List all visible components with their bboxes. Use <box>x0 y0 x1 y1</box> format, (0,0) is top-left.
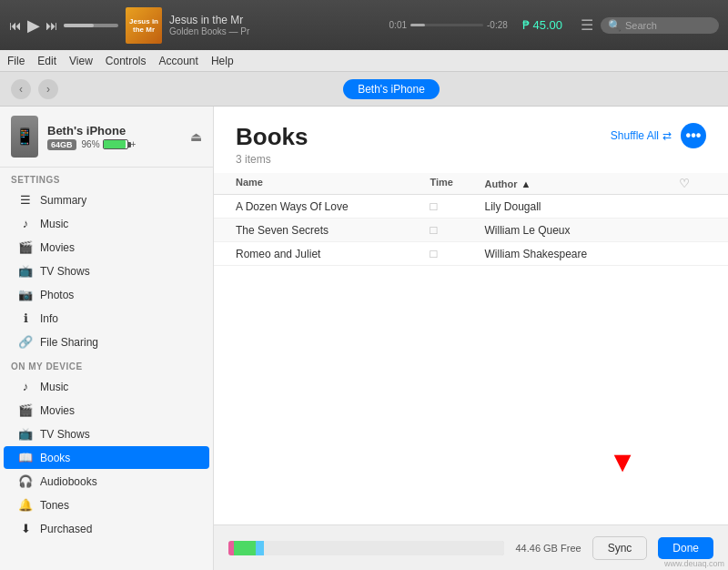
eject-button[interactable]: ⏏ <box>190 129 202 144</box>
sidebar-item-photos[interactable]: 📷 Photos <box>4 283 209 306</box>
sidebar: 📱 Beth's iPhone 64GB 96% + ⏏ Settings <box>0 107 214 570</box>
sidebar-item-label: Music <box>40 381 68 393</box>
table-row[interactable]: The Seven Secrets □ William Le Queux <box>214 219 728 242</box>
sidebar-item-audiobooks[interactable]: 🎧 Audiobooks <box>4 470 209 493</box>
heart-col-icon: ♡ <box>679 177 706 190</box>
menu-help[interactable]: Help <box>211 55 234 67</box>
sidebar-item-label: TV Shows <box>40 428 90 441</box>
more-button[interactable]: ••• <box>681 123 706 148</box>
device-music-icon: ♪ <box>18 380 33 393</box>
forward-button[interactable]: › <box>38 79 58 99</box>
rewind-button[interactable]: ⏮ <box>9 18 22 33</box>
music-icon: ♪ <box>18 217 33 230</box>
track-info: Jesus in the Mr Golden Books — Pr <box>169 14 382 36</box>
nav-bar: ‹ › Beth's iPhone <box>0 72 728 107</box>
sidebar-item-device-movies[interactable]: 🎬 Movies <box>4 399 209 422</box>
album-art: Jesus in the Mr <box>126 7 162 44</box>
book-icon: □ <box>430 247 485 260</box>
sidebar-item-label: Tones <box>40 499 69 512</box>
sidebar-item-file-sharing[interactable]: 🔗 File Sharing <box>4 331 209 353</box>
page-title: Books <box>236 123 308 151</box>
books-table: Name Time Author ▲ ♡ A Dozen Ways Of Lov… <box>214 173 728 524</box>
info-icon: ℹ <box>18 311 33 325</box>
book-name: A Dozen Ways Of Love <box>236 200 430 213</box>
sidebar-item-label: Movies <box>40 404 75 417</box>
track-title: Jesus in the Mr <box>169 14 382 26</box>
menu-edit[interactable]: Edit <box>37 55 56 67</box>
play-button[interactable]: ▶ <box>27 15 40 36</box>
sidebar-item-tones[interactable]: 🔔 Tones <box>4 494 209 516</box>
search-box[interactable]: 🔍 <box>601 17 719 34</box>
list-icon[interactable]: ☰ <box>581 16 593 34</box>
sidebar-item-label: Info <box>40 312 58 325</box>
menu-bar: File Edit View Controls Account Help <box>0 50 728 72</box>
book-name: Romeo and Juliet <box>236 248 430 260</box>
sidebar-item-label: Movies <box>40 241 75 254</box>
playback-controls: ⏮ ▶ ⏭ <box>9 15 118 36</box>
book-author: Lily Dougall <box>485 200 680 213</box>
sidebar-item-tv-shows[interactable]: 📺 TV Shows <box>4 260 209 282</box>
track-progress: 0:01 -0:28 <box>389 20 508 30</box>
sidebar-item-info[interactable]: ℹ Info <box>4 307 209 330</box>
sidebar-item-summary[interactable]: ☰ Summary <box>4 188 209 211</box>
sidebar-item-label: Purchased <box>40 523 92 535</box>
battery-bar: 96% + <box>82 139 136 149</box>
sync-button[interactable]: Sync <box>592 536 648 560</box>
progress-bar[interactable] <box>410 24 483 26</box>
sidebar-item-movies[interactable]: 🎬 Movies <box>4 236 209 259</box>
sidebar-item-device-books[interactable]: 📖 Books <box>4 446 209 469</box>
book-name: The Seven Secrets <box>236 224 430 237</box>
volume-slider[interactable] <box>64 24 118 27</box>
menu-file[interactable]: File <box>7 55 25 67</box>
sidebar-item-label: File Sharing <box>40 336 98 349</box>
device-details: Beth's iPhone 64GB 96% + <box>47 124 181 150</box>
main-layout: 📱 Beth's iPhone 64GB 96% + ⏏ Settings <box>0 107 728 570</box>
device-info: 📱 Beth's iPhone 64GB 96% + ⏏ <box>0 107 213 168</box>
device-name: Beth's iPhone <box>47 124 181 137</box>
content-title-group: Books 3 items <box>236 123 308 166</box>
summary-icon: ☰ <box>18 193 33 207</box>
device-icon: 📱 <box>11 116 38 158</box>
book-author: William Shakespeare <box>485 248 680 260</box>
fast-forward-button[interactable]: ⏭ <box>46 18 58 33</box>
sort-arrow-icon: ▲ <box>521 178 531 189</box>
table-row[interactable]: A Dozen Ways Of Love □ Lily Dougall <box>214 195 728 219</box>
shuffle-button[interactable]: Shuffle All ⇄ <box>611 129 672 142</box>
search-icon: 🔍 <box>608 19 622 32</box>
sidebar-item-device-tv-shows[interactable]: 📺 TV Shows <box>4 422 209 445</box>
item-count: 3 items <box>236 153 308 166</box>
settings-section-label: Settings <box>0 168 213 188</box>
battery-fill <box>104 140 126 148</box>
col-time: Time <box>430 177 485 190</box>
content-header: Books 3 items Shuffle All ⇄ ••• <box>214 107 728 173</box>
sidebar-item-music[interactable]: ♪ Music <box>4 212 209 235</box>
battery-plus: + <box>131 139 136 149</box>
device-button[interactable]: Beth's iPhone <box>343 79 440 99</box>
battery-visual <box>103 139 128 149</box>
track-artist: Golden Books — Pr <box>169 26 382 36</box>
menu-account[interactable]: Account <box>159 55 198 67</box>
menu-view[interactable]: View <box>69 55 93 67</box>
book-icon: □ <box>430 199 485 213</box>
shuffle-icon: ⇄ <box>662 129 672 142</box>
menu-controls[interactable]: Controls <box>106 55 147 67</box>
col-author: Author ▲ <box>485 177 680 190</box>
sidebar-item-label: TV Shows <box>40 265 90 278</box>
watermark: www.deuaq.com <box>664 559 724 568</box>
capacity-badge: 64GB <box>47 139 76 150</box>
on-my-device-label: On My Device <box>0 354 213 374</box>
tv-icon: 📺 <box>18 264 33 278</box>
file-sharing-icon: 🔗 <box>18 335 33 349</box>
done-button[interactable]: Done <box>658 537 713 559</box>
content-area: Books 3 items Shuffle All ⇄ ••• Name Tim… <box>214 107 728 570</box>
back-button[interactable]: ‹ <box>11 79 31 99</box>
time-remaining: -0:28 <box>487 20 508 30</box>
search-input[interactable] <box>625 20 712 31</box>
sidebar-item-label: Audiobooks <box>40 475 97 488</box>
battery-pct: 96% <box>82 139 100 149</box>
table-row[interactable]: Romeo and Juliet □ William Shakespeare <box>214 242 728 266</box>
header-actions: Shuffle All ⇄ ••• <box>611 123 706 148</box>
book-author: William Le Queux <box>485 224 680 237</box>
sidebar-item-purchased[interactable]: ⬇ Purchased <box>4 517 209 540</box>
sidebar-item-device-music[interactable]: ♪ Music <box>4 375 209 398</box>
